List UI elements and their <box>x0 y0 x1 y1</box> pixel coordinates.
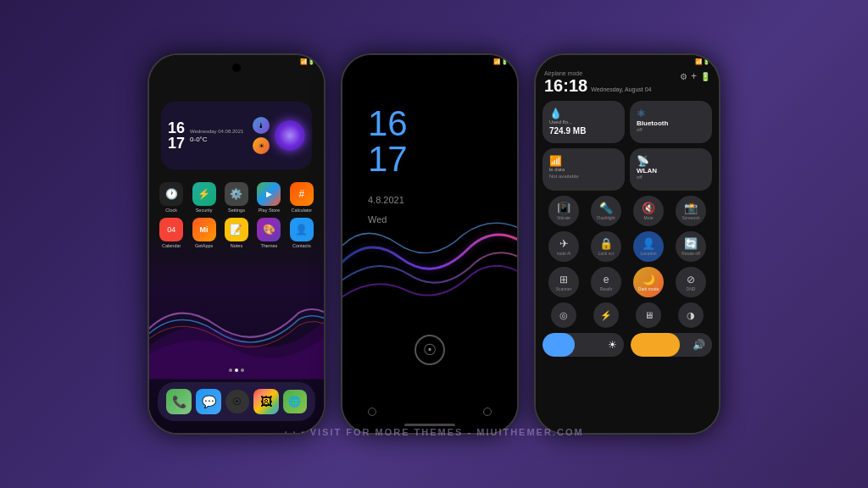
lock-clock-hour: 16 <box>368 106 408 141</box>
storage-icon: 💧 <box>549 108 562 119</box>
cc-sliders: ☀ 🔊 <box>536 333 719 357</box>
vibrate-icon: 📳 <box>557 202 570 214</box>
cc-tile-wlan-header: 📡 <box>637 155 705 167</box>
security-icon: ⚡ <box>192 182 216 206</box>
btn-reader[interactable]: e Readir <box>591 267 621 297</box>
feature-rotate[interactable]: 🔄 Rotate off <box>676 231 706 262</box>
btn-screen2[interactable]: 🖥 <box>636 302 661 328</box>
toggle-vibrate[interactable]: 📳 Vibrate <box>548 196 579 226</box>
cc-tile-bt-status: off <box>637 127 705 132</box>
feature-location[interactable]: 👤 Location <box>633 231 664 262</box>
mobile-data-icon: 📶 <box>549 155 562 167</box>
status-icons-2: 📶🔋 <box>493 58 509 65</box>
volume-fill <box>631 333 680 357</box>
settings-label: Settings <box>228 208 245 213</box>
phone-3-control-center: 📶🔋 Airplane mode 16:18 Wednesday, August… <box>534 53 721 435</box>
app-icon-notes[interactable]: 📝 Notes <box>223 218 250 248</box>
lock-clock-min: 17 <box>368 141 408 177</box>
cc-features-row: ✈ node Ai 🔒 Lock scr 👤 Location 🔄 Rotate… <box>536 231 719 262</box>
cc-tile-storage[interactable]: 💧 Used flo... 724.9 MB <box>542 101 625 143</box>
cc-tile-bluetooth[interactable]: ⚛ Bluetooth off <box>630 101 712 143</box>
cc-tile-wlan-status: off <box>637 175 705 180</box>
reader-label: Readir <box>600 286 613 291</box>
volume-slider[interactable]: 🔊 <box>631 333 712 357</box>
wlan-icon: 📡 <box>637 155 649 167</box>
status-icons-3: 📶🔋 <box>695 58 710 65</box>
phone-1-home-screen: 📶🔋 16 17 Wednesday 04.08.2021 0-0°C 🌡 ☀ <box>147 53 326 435</box>
app-icon-calendar[interactable]: 04 Calendar <box>158 218 185 248</box>
clock-icon: 🕐 <box>159 182 183 206</box>
btn-nfc[interactable]: ◎ <box>551 302 576 328</box>
dnd-label: DND <box>687 286 696 291</box>
toggle-mute[interactable]: 🔇 Mute <box>633 196 664 226</box>
dock-message-icon[interactable]: 💬 <box>196 389 221 414</box>
toggle-flashlight[interactable]: 🔦 Flashlight <box>591 196 621 226</box>
cc-tile-storage-title: Used flo... <box>549 119 618 125</box>
calendar-label: Calendar <box>162 243 181 248</box>
scanner-label: Scanner <box>556 286 572 291</box>
brightness-slider[interactable]: ☀ <box>542 333 624 357</box>
security-label: Security <box>196 208 213 213</box>
widget-info: Wednesday 04.08.2021 0-0°C <box>190 129 248 143</box>
app-icon-getapps[interactable]: Mi GetApps <box>190 218 217 248</box>
reader-icon: e <box>604 274 609 286</box>
orb-decoration <box>275 120 305 151</box>
nfc-icon: ◎ <box>559 310 568 321</box>
lockscreen-icon: 🔒 <box>599 237 613 250</box>
notes-icon: 📝 <box>225 218 248 241</box>
dock-phone-icon[interactable]: 📞 <box>166 389 192 414</box>
widget-clock: 16 17 <box>168 120 185 151</box>
cc-row4: ◎ ⚡ 🖥 ◑ <box>536 302 719 328</box>
status-bar-3: 📶🔋 <box>536 58 719 65</box>
cc-settings-icon[interactable]: ⚙ <box>680 72 687 81</box>
btn-scanner[interactable]: ⊞ Scanner <box>548 267 579 297</box>
cc-battery-icon: 🔋 <box>700 72 710 81</box>
playstore-icon: ▶ <box>257 182 281 206</box>
fingerprint-icon[interactable]: ☉ <box>415 335 445 365</box>
flash2-icon: ⚡ <box>600 310 612 321</box>
btn-accessibility[interactable]: ◑ <box>678 302 704 328</box>
dock-browser-icon[interactable]: 🌐 <box>283 390 307 413</box>
brightness-fill <box>542 333 575 357</box>
app-icon-contacts[interactable]: 👤 Contacts <box>288 218 315 248</box>
app-icon-calculator[interactable]: # Calculator <box>288 182 315 213</box>
bottom-circle-left <box>368 408 376 416</box>
btn-flash2[interactable]: ⚡ <box>593 302 619 328</box>
getapps-icon: Mi <box>192 218 216 241</box>
cc-tile-bt-header: ⚛ <box>637 108 705 119</box>
themes-icon: 🎨 <box>257 218 281 241</box>
btn-dnd[interactable]: ⊘ DND <box>676 267 706 297</box>
feature-airplane[interactable]: ✈ node Ai <box>548 231 579 262</box>
home-screen: 📶🔋 16 17 Wednesday 04.08.2021 0-0°C 🌡 ☀ <box>149 55 324 433</box>
toggle-screenshot[interactable]: 📸 Screensh <box>676 196 706 226</box>
vibrate-label: Vibrate <box>557 215 570 220</box>
themes-label: Themes <box>260 243 277 248</box>
app-icon-playstore[interactable]: ▶ Play Store <box>255 182 282 213</box>
flashlight-label: Flashlight <box>597 215 615 220</box>
app-icon-themes[interactable]: 🎨 Themes <box>255 218 282 248</box>
scanner-icon: ⊞ <box>559 274 568 286</box>
cc-add-icon[interactable]: + <box>691 70 697 82</box>
app-icon-clock[interactable]: 🕐 Clock <box>158 182 185 213</box>
getapps-label: GetApps <box>195 243 213 248</box>
cc-date: Wednesday, August 04 <box>591 86 651 92</box>
phone-2-lock-screen: 📶🔋 16 17 4.8.2021 Wed <box>341 53 519 435</box>
app-icon-security[interactable]: ⚡ Security <box>190 182 217 213</box>
screenshot-label: Screensh <box>682 215 699 220</box>
home-bar-2 <box>404 424 455 426</box>
mute-label: Mute <box>643 215 653 220</box>
cc-tile-mobile-header: 📶 <box>549 155 618 167</box>
cc-tile-mobile-data[interactable]: 📶 le data Not available <box>542 148 625 191</box>
calc-label: Calculator <box>291 208 312 213</box>
feature-lockscreen[interactable]: 🔒 Lock scr <box>591 231 621 262</box>
airplane-mode-label: Airplane mode <box>544 70 652 76</box>
screen2-icon: 🖥 <box>644 310 654 320</box>
dock-fingerprint-icon[interactable]: ☉ <box>225 390 249 413</box>
cc-left: Airplane mode 16:18 Wednesday, August 04 <box>544 70 652 96</box>
cc-tile-wlan[interactable]: 📡 WLAN off <box>630 148 712 191</box>
dock-photos-icon[interactable]: 🖼 <box>253 389 279 414</box>
app-icon-settings[interactable]: ⚙️ Settings <box>223 182 250 213</box>
lock-screen: 📶🔋 16 17 4.8.2021 Wed <box>342 55 517 433</box>
cc-header-controls: ⚙ + 🔋 <box>680 70 710 82</box>
btn-darkmode[interactable]: 🌙 Dark mode <box>633 267 664 297</box>
